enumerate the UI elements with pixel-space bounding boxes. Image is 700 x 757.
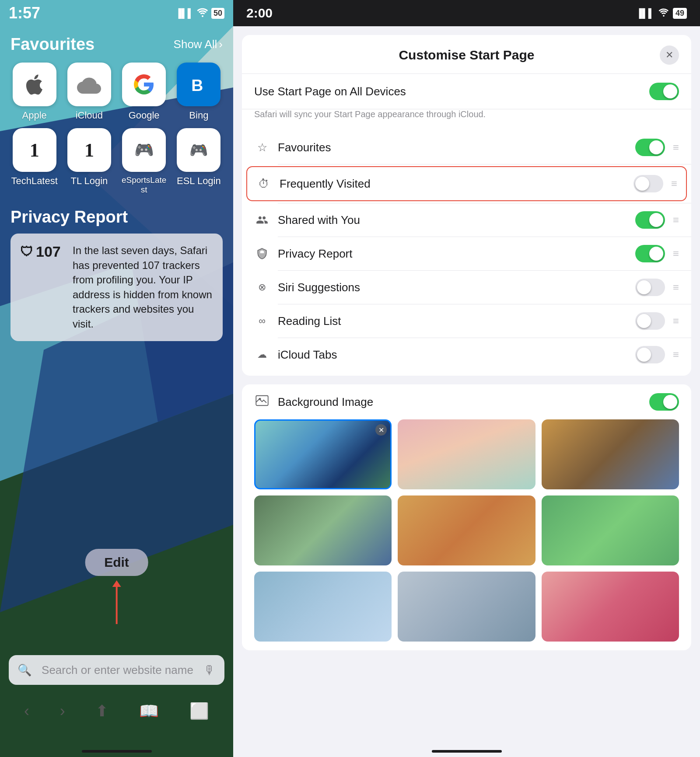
app-apple[interactable]: Apple	[10, 63, 58, 121]
search-bar[interactable]: 🔍 Search or enter website name 🎙	[9, 655, 224, 685]
app-icloud[interactable]: iCloud	[65, 63, 113, 121]
bg-thumb-9[interactable]	[542, 572, 679, 642]
bg-thumb-2[interactable]	[398, 419, 535, 489]
bing-label: Bing	[189, 110, 208, 121]
favourites-drag-handle[interactable]: ≡	[673, 141, 679, 153]
bg-thumb-4[interactable]	[254, 495, 392, 565]
esports-label: eSportsLatest	[122, 175, 166, 195]
siri-label: Siri Suggestions	[278, 281, 627, 294]
mic-icon: 🎙	[203, 663, 216, 677]
back-icon[interactable]: ‹	[24, 702, 29, 720]
shield-icon: 🛡	[20, 244, 33, 259]
svg-marker-8	[112, 580, 121, 587]
favourites-row-icon: ☆	[254, 140, 270, 155]
search-bar-container: 🔍 Search or enter website name 🎙	[9, 655, 224, 685]
shared-label: Shared with You	[278, 213, 627, 227]
app-esports[interactable]: 🎮 eSportsLatest	[120, 128, 168, 195]
app-esl-login[interactable]: 🎮 ESL Login	[175, 128, 223, 195]
esl-login-icon: 🎮	[177, 128, 220, 172]
siri-drag-handle[interactable]: ≡	[673, 281, 679, 293]
app-grid: Apple iCloud	[10, 63, 223, 195]
google-label: Google	[129, 110, 160, 121]
bg-thumb-1[interactable]: ✕	[254, 419, 392, 489]
bg-thumb-3[interactable]	[542, 419, 679, 489]
bg-image-section: Background Image ✕	[242, 384, 691, 650]
bg-thumb-1-remove[interactable]: ✕	[375, 424, 387, 436]
section-header: Favourites Show All ›	[10, 35, 223, 54]
edit-button[interactable]: Edit	[85, 549, 148, 576]
bg-thumb-7[interactable]	[254, 572, 392, 642]
status-icons-right: ▐▌▌ 49	[636, 8, 687, 19]
reading-drag-handle[interactable]: ≡	[673, 315, 679, 327]
reading-list-label: Reading List	[278, 314, 627, 328]
favourites-section: Favourites Show All › Apple	[10, 35, 223, 341]
esl-login-label: ESL Login	[177, 175, 221, 187]
frequently-visited-label: Frequently Visited	[280, 177, 626, 191]
time-right: 2:00	[246, 6, 273, 21]
bookmarks-icon[interactable]: 📖	[139, 702, 159, 720]
shared-toggle[interactable]	[635, 211, 665, 229]
privacy-text: In the last seven days, Safari has preve…	[73, 243, 213, 331]
home-indicator-left	[82, 750, 152, 753]
shared-icon	[254, 212, 270, 228]
panel-header: Customise Start Page ✕	[242, 35, 691, 74]
app-tl-login[interactable]: 1 TL Login	[65, 128, 113, 195]
signal-icon-right: ▐▌▌	[636, 8, 654, 18]
forward-icon[interactable]: ›	[60, 702, 65, 720]
battery-right: 49	[673, 8, 687, 19]
signal-icon: ▐▌▌	[175, 8, 194, 18]
home-indicator-right	[432, 750, 502, 753]
bg-thumb-8[interactable]	[398, 572, 535, 642]
status-bar-left: 1:57 ▐▌▌ 50	[0, 0, 233, 26]
icloud-label: iCloud	[76, 110, 103, 121]
edit-section: Edit	[85, 549, 148, 635]
privacy-number: 🛡 107	[20, 243, 64, 260]
favourites-toggle[interactable]	[635, 139, 665, 156]
icloud-tabs-drag-handle[interactable]: ≡	[673, 349, 679, 361]
settings-row-reading: ∞ Reading List ≡	[242, 304, 691, 338]
bg-image-icon	[254, 395, 270, 409]
close-button[interactable]: ✕	[660, 45, 679, 65]
bg-image-toggle[interactable]	[649, 393, 679, 411]
privacy-toggle[interactable]	[635, 245, 665, 262]
right-panel: 2:00 ▐▌▌ 49 Customise Start Page ✕ Use S…	[233, 0, 700, 757]
techlatest-icon: 1	[13, 128, 56, 172]
status-icons-left: ▐▌▌ 50	[175, 7, 224, 19]
customise-panel: Customise Start Page ✕ Use Start Page on…	[242, 35, 691, 376]
settings-row-icloud-tabs: ☁ iCloud Tabs ≡	[242, 338, 691, 371]
bg-header: Background Image	[254, 393, 679, 411]
bg-thumb-6[interactable]	[542, 495, 679, 565]
settings-row-frequently-visited: ⏱ Frequently Visited ≡	[246, 166, 687, 201]
tabs-icon[interactable]: ⬜	[189, 702, 209, 720]
panel-title: Customise Start Page	[273, 48, 660, 63]
siri-toggle[interactable]	[635, 279, 665, 296]
app-techlatest[interactable]: 1 TechLatest	[10, 128, 58, 195]
bg-thumb-5[interactable]	[398, 495, 535, 565]
frequently-visited-toggle[interactable]	[634, 175, 663, 192]
reading-toggle[interactable]	[635, 312, 665, 330]
privacy-report-icon	[254, 246, 270, 262]
search-icon: 🔍	[18, 663, 32, 677]
reading-list-icon: ∞	[254, 313, 270, 329]
settings-row-favourites: ☆ Favourites ≡	[242, 131, 691, 164]
apple-label: Apple	[22, 110, 46, 121]
chevron-right-icon: ›	[219, 38, 223, 51]
privacy-card: 🛡 107 In the last seven days, Safari has…	[10, 234, 223, 341]
icloud-tabs-toggle[interactable]	[635, 346, 665, 363]
sync-row: Use Start Page on All Devices	[242, 74, 691, 109]
techlatest-label: TechLatest	[11, 175, 57, 187]
shared-drag-handle[interactable]: ≡	[673, 214, 679, 226]
privacy-drag-handle[interactable]: ≡	[673, 248, 679, 260]
tl-login-label: TL Login	[70, 175, 108, 187]
app-google[interactable]: Google	[120, 63, 168, 121]
show-all-button[interactable]: Show All ›	[174, 38, 223, 51]
frequently-visited-icon: ⏱	[256, 176, 272, 192]
sync-toggle[interactable]	[649, 83, 679, 100]
frequently-visited-drag-handle[interactable]: ≡	[671, 178, 677, 190]
privacy-report-label: Privacy Report	[278, 247, 627, 261]
esports-icon: 🎮	[122, 128, 166, 172]
share-icon[interactable]: ⬆	[95, 702, 108, 720]
search-placeholder: Search or enter website name	[37, 663, 198, 677]
bing-icon: B	[177, 63, 220, 106]
app-bing[interactable]: B Bing	[175, 63, 223, 121]
